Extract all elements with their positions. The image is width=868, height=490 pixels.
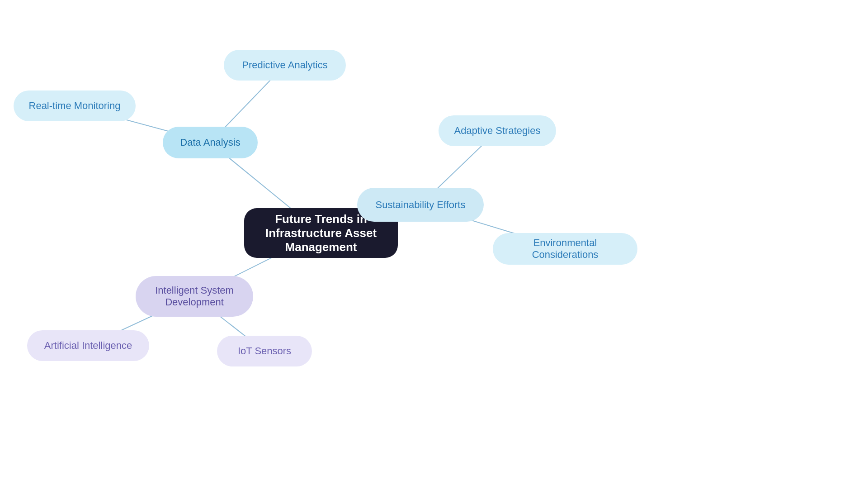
artificial-intelligence-node: Artificial Intelligence: [27, 330, 149, 361]
intelligent-system-node: Intelligent System Development: [136, 276, 253, 317]
adaptive-strategies-node: Adaptive Strategies: [439, 115, 556, 146]
adaptive-strategies-label: Adaptive Strategies: [454, 125, 541, 137]
data-analysis-node: Data Analysis: [163, 127, 258, 158]
data-analysis-label: Data Analysis: [180, 137, 240, 148]
connections-svg: [0, 0, 868, 490]
realtime-monitoring-label: Real-time Monitoring: [29, 100, 121, 112]
predictive-analytics-label: Predictive Analytics: [242, 59, 328, 71]
environmental-considerations-node: Environmental Considerations: [493, 233, 637, 265]
artificial-intelligence-label: Artificial Intelligence: [44, 340, 132, 352]
mind-map-container: Future Trends in Infrastructure Asset Ma…: [0, 0, 868, 490]
sustainability-efforts-node: Sustainability Efforts: [357, 188, 484, 222]
predictive-analytics-node: Predictive Analytics: [224, 50, 346, 81]
intelligent-system-label: Intelligent System Development: [149, 285, 240, 308]
realtime-monitoring-node: Real-time Monitoring: [14, 90, 136, 121]
iot-sensors-node: IoT Sensors: [217, 336, 312, 366]
iot-sensors-label: IoT Sensors: [238, 345, 291, 357]
sustainability-efforts-label: Sustainability Efforts: [376, 199, 466, 211]
environmental-considerations-label: Environmental Considerations: [506, 237, 624, 261]
